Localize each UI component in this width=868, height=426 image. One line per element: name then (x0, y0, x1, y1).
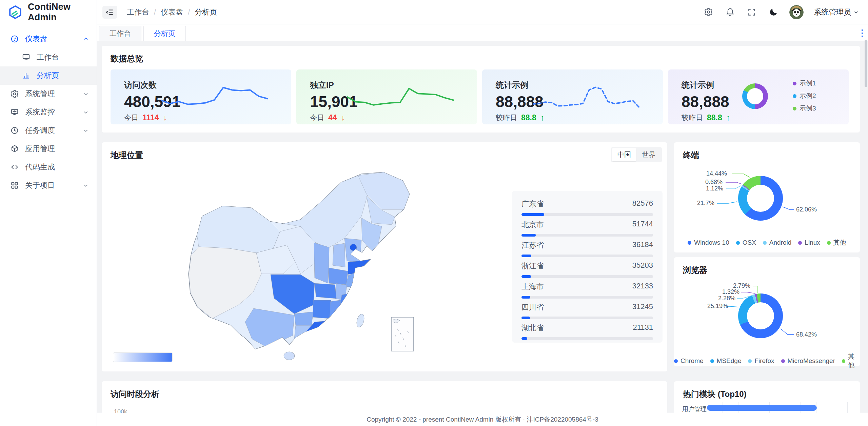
china-map-chart[interactable] (111, 162, 505, 369)
grid-icon (10, 181, 19, 190)
breadcrumb-workbench[interactable]: 工作台 (127, 7, 149, 17)
section-title: 热门模块 (Top10) (683, 389, 747, 400)
province-value: 35203 (632, 261, 653, 271)
stat-sub-label: 今日 (124, 113, 138, 122)
stat-delta: 88.8 (521, 113, 536, 122)
breadcrumb-analysis[interactable]: 分析页 (195, 7, 217, 17)
pie-label: 68.42% (796, 331, 817, 338)
province-value: 82576 (632, 199, 653, 209)
app-logo-row[interactable]: ContiNew Admin (0, 0, 97, 24)
tab-more-menu-icon[interactable] (862, 29, 863, 37)
top-header: 工作台 / 仪表盘 / 分析页 系统管理员 (97, 0, 868, 24)
chevron-down-icon (853, 9, 859, 15)
pie-label: 1.12% (706, 185, 723, 192)
south-china-sea-inset (391, 317, 414, 351)
breadcrumb-dashboard[interactable]: 仪表盘 (161, 7, 183, 17)
stat-title: 统计示例 (682, 80, 714, 90)
copyright-text: Copyright © 2022 - present ContiNew Admi… (367, 415, 598, 424)
stat-title: 统计示例 (496, 80, 528, 90)
legend-item[interactable]: Android (763, 238, 792, 247)
browser-card: 浏览器 2.79% 1.32% 2.28% 25.19% 68.42% Chro… (674, 257, 860, 366)
breadcrumb-separator: / (154, 8, 156, 17)
legend-item[interactable]: Linux (798, 238, 820, 247)
sidebar-item-dashboard[interactable]: 仪表盘 (0, 30, 97, 48)
vertical-scrollbar[interactable] (865, 40, 867, 87)
sidebar: ContiNew Admin 仪表盘 工作台 分析页 系统管理 系统监控 任务调 (0, 0, 97, 426)
chevron-down-icon (82, 182, 89, 189)
tab-workbench[interactable]: 工作台 (99, 26, 141, 41)
toggle-china[interactable]: 中国 (612, 148, 636, 161)
stat-sub-label: 较昨日 (682, 113, 703, 122)
tab-bar: 工作台 分析页 (97, 24, 868, 41)
arrow-up-icon: ↑ (540, 113, 545, 122)
user-menu[interactable]: 系统管理员 (814, 7, 859, 17)
province-row: 浙江省35203 (521, 261, 653, 282)
province-row: 上海市32133 (521, 282, 653, 302)
dark-mode-icon[interactable] (768, 6, 779, 18)
fullscreen-icon[interactable] (746, 6, 757, 18)
section-title: 访问时段分析 (111, 389, 159, 400)
visits-sparkline-chart (161, 84, 268, 112)
province-value: 36184 (632, 240, 653, 250)
province-name: 浙江省 (521, 261, 544, 271)
settings-icon[interactable] (703, 6, 714, 18)
terminal-donut-chart (738, 176, 783, 221)
pie-label: 2.28% (718, 295, 735, 302)
sidebar-collapse-button[interactable] (102, 6, 117, 19)
sidebar-item-label: 代码生成 (25, 162, 89, 172)
page-footer: Copyright © 2022 - present ContiNew Admi… (97, 413, 868, 426)
tab-analysis[interactable]: 分析页 (143, 26, 186, 41)
example-donut-chart (742, 83, 768, 109)
pie-label: 1.32% (722, 288, 739, 296)
legend-item[interactable]: Firefox (748, 352, 774, 370)
legend-item[interactable]: 其他 (827, 238, 846, 247)
bar (707, 405, 817, 411)
browser-legend: Chrome MSEdge Firefox MicroMessenger 其他 (674, 352, 860, 370)
legend-item[interactable]: 示例1 (793, 79, 816, 88)
province-name: 上海市 (521, 282, 544, 292)
province-name: 江苏省 (521, 240, 544, 250)
sidebar-item-code-generation[interactable]: 代码生成 (0, 158, 97, 176)
bell-icon[interactable] (724, 6, 736, 18)
legend-item[interactable]: MSEdge (710, 352, 742, 370)
sidebar-item-system-management[interactable]: 系统管理 (0, 85, 97, 103)
sidebar-item-analysis[interactable]: 分析页 (0, 66, 97, 85)
legend-item[interactable]: 其他 (842, 352, 860, 370)
chevron-down-icon (82, 109, 89, 116)
province-row: 江苏省36184 (521, 240, 653, 261)
terminal-legend: Windows 10 OSX Android Linux 其他 (674, 238, 860, 247)
sidebar-item-workbench[interactable]: 工作台 (0, 48, 97, 66)
province-name: 广东省 (521, 199, 544, 209)
legend-item[interactable]: Windows 10 (688, 238, 729, 247)
arrow-down-icon: ↓ (163, 113, 167, 122)
bar-chart-icon (22, 71, 31, 80)
arrow-up-icon: ↑ (726, 113, 730, 122)
menu-fold-icon (105, 8, 114, 17)
pie-label: 14.44% (706, 170, 727, 177)
ip-sparkline-chart (347, 84, 453, 112)
sidebar-item-label: 工作台 (37, 52, 89, 62)
legend-item[interactable]: OSX (736, 238, 756, 247)
sidebar-item-label: 应用管理 (25, 144, 89, 154)
pie-label: 0.68% (705, 179, 723, 186)
clock-icon (10, 126, 19, 135)
toggle-world[interactable]: 世界 (636, 148, 661, 161)
sidebar-item-app-management[interactable]: 应用管理 (0, 140, 97, 158)
sidebar-item-label: 仪表盘 (25, 34, 76, 44)
stat-title: 访问次数 (124, 80, 157, 90)
legend-item[interactable]: 示例3 (793, 104, 816, 113)
avatar[interactable] (789, 5, 804, 19)
sidebar-item-task-scheduler[interactable]: 任务调度 (0, 121, 97, 140)
legend-item[interactable]: 示例2 (793, 92, 816, 100)
legend-item[interactable]: MicroMessenger (781, 352, 835, 370)
sidebar-item-about-project[interactable]: 关于项目 (0, 176, 97, 195)
sidebar-menu: 仪表盘 工作台 分析页 系统管理 系统监控 任务调度 应用管理 (0, 24, 97, 195)
stat-card-unique-ip: 独立IP 15,901 今日44↓ (296, 69, 477, 124)
stat-delta: 88.8 (707, 113, 722, 122)
province-value: 51744 (632, 220, 653, 230)
code-icon (10, 163, 19, 171)
terminal-card: 终端 14.44% 0.68% 1.12% 21.7% 62.06% Windo… (674, 142, 860, 252)
legend-item[interactable]: Chrome (674, 352, 704, 370)
dashboard-icon (10, 35, 19, 43)
sidebar-item-system-monitor[interactable]: 系统监控 (0, 103, 97, 121)
